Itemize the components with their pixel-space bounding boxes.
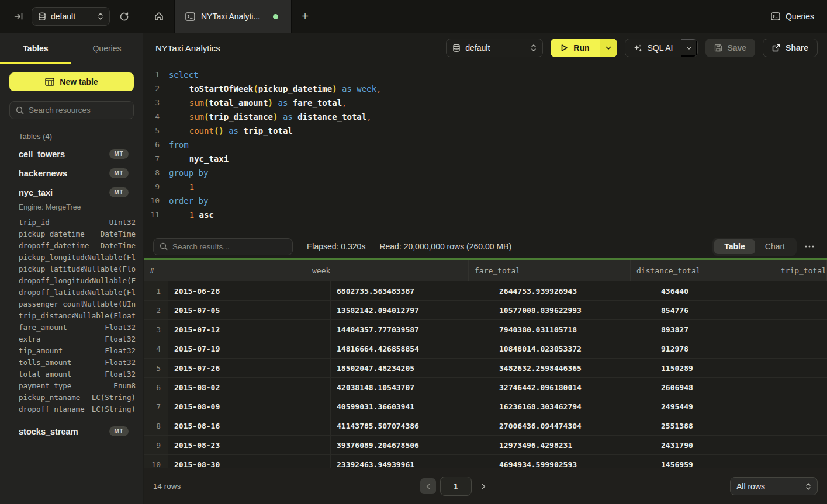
column-row[interactable]: tip_amount Float32 xyxy=(0,345,143,356)
distance-total-cell[interactable]: 10577008.839622993 xyxy=(493,301,655,319)
fare-total-cell[interactable]: 39376089.204678506 xyxy=(331,436,493,454)
tab-nytaxi-analytics[interactable]: NYTaxi Analyti... xyxy=(175,0,292,33)
distance-total-cell[interactable]: 12973496.4298231 xyxy=(493,436,655,454)
fare-total-cell[interactable]: 40599031.36603941 xyxy=(331,397,493,416)
column-row[interactable]: extra Float32 xyxy=(0,333,143,345)
week-cell[interactable]: 2015-07-05 xyxy=(168,301,331,319)
view-toggle-chart[interactable]: Chart xyxy=(755,239,795,254)
column-row[interactable]: dropoff_ntaname LC(String) xyxy=(0,403,143,415)
current-page[interactable]: 1 xyxy=(440,477,472,496)
sql-editor[interactable]: 1 select 2 toStartOfWeek(pickup_datetime… xyxy=(144,63,827,235)
week-cell[interactable]: 2015-08-02 xyxy=(168,378,331,397)
distance-total-cell[interactable]: 16236168.303462794 xyxy=(493,397,655,416)
sql-ai-options-button[interactable] xyxy=(681,39,697,57)
collapse-sidebar-button[interactable] xyxy=(11,8,27,25)
fare-total-cell[interactable]: 13582142.094012797 xyxy=(331,301,493,319)
week-cell[interactable]: 2015-07-26 xyxy=(168,359,331,377)
distance-total-cell[interactable]: 4694934.599902593 xyxy=(493,455,655,468)
column-row[interactable]: trip_distance Nullable(Float xyxy=(0,310,143,321)
row-number-cell[interactable]: 3 xyxy=(144,320,168,339)
week-cell[interactable]: 2015-06-28 xyxy=(168,281,331,300)
column-header[interactable]: fare_total xyxy=(469,260,631,281)
fare-total-cell[interactable]: 23392463.94939961 xyxy=(331,455,493,468)
page-size-selector[interactable]: All rows xyxy=(730,477,818,495)
save-button[interactable]: Save xyxy=(705,39,755,57)
trip-total-cell[interactable]: 854776 xyxy=(655,301,827,319)
distance-total-cell[interactable]: 10848014.023053372 xyxy=(493,339,655,358)
share-button[interactable]: Share xyxy=(763,39,818,57)
trip-total-cell[interactable]: 2606948 xyxy=(655,378,827,397)
fare-total-cell[interactable]: 14484357.777039587 xyxy=(331,320,493,339)
column-row[interactable]: pickup_datetime DateTime xyxy=(0,228,143,239)
fare-total-cell[interactable]: 18502047.48234205 xyxy=(331,359,493,377)
trip-total-cell[interactable]: 912978 xyxy=(655,339,827,358)
search-results-input[interactable] xyxy=(172,242,286,251)
sidebar-table-nyc-taxi[interactable]: nyc_taxi MT xyxy=(0,183,143,202)
column-row[interactable]: payment_type Enum8 xyxy=(0,380,143,391)
distance-total-cell[interactable]: 27006436.094474304 xyxy=(493,416,655,435)
row-number-cell[interactable]: 10 xyxy=(144,455,168,468)
trip-total-cell[interactable]: 2495449 xyxy=(655,397,827,416)
row-number-cell[interactable]: 6 xyxy=(144,378,168,397)
trip-total-cell[interactable]: 2431790 xyxy=(655,436,827,454)
trip-total-cell[interactable]: 436440 xyxy=(655,281,827,300)
results-more-button[interactable] xyxy=(801,242,818,251)
distance-total-cell[interactable]: 3482632.2598446365 xyxy=(493,359,655,377)
trip-total-cell[interactable]: 2551388 xyxy=(655,416,827,435)
distance-total-cell[interactable]: 7940380.031105718 xyxy=(493,320,655,339)
week-cell[interactable]: 2015-08-09 xyxy=(168,397,331,416)
queries-button[interactable]: Queries xyxy=(771,12,814,21)
sidebar-table-hackernews[interactable]: hackernews MT xyxy=(0,164,143,183)
row-number-cell[interactable]: 1 xyxy=(144,281,168,300)
row-number-cell[interactable]: 8 xyxy=(144,416,168,435)
column-row[interactable]: pickup_longitude Nullable(Fl xyxy=(0,251,143,263)
new-table-button[interactable]: New table xyxy=(9,72,134,91)
week-cell[interactable]: 2015-07-12 xyxy=(168,320,331,339)
next-page-button[interactable] xyxy=(476,478,492,494)
sidebar-table-stocks-stream[interactable]: stocks_stream MT xyxy=(0,422,143,441)
sidebar-tab-tables[interactable]: Tables xyxy=(0,33,71,64)
column-row[interactable]: pickup_latitude Nullable(Flo xyxy=(0,263,143,274)
fare-total-cell[interactable]: 42038148.10543707 xyxy=(331,378,493,397)
row-number-cell[interactable]: 2 xyxy=(144,301,168,319)
column-row[interactable]: dropoff_datetime DateTime xyxy=(0,239,143,251)
run-button[interactable]: Run xyxy=(551,39,599,57)
column-header[interactable]: week xyxy=(306,260,469,281)
refresh-button[interactable] xyxy=(116,8,133,25)
home-button[interactable] xyxy=(143,0,175,33)
column-row[interactable]: dropoff_latitude Nullable(Fl xyxy=(0,286,143,298)
trip-total-cell[interactable]: 893827 xyxy=(655,320,827,339)
column-header[interactable]: distance_total xyxy=(631,260,775,281)
distance-total-cell[interactable]: 2644753.939926943 xyxy=(493,281,655,300)
week-cell[interactable]: 2015-07-19 xyxy=(168,339,331,358)
fare-total-cell[interactable]: 14816664.426858854 xyxy=(331,339,493,358)
view-toggle-table[interactable]: Table xyxy=(714,239,755,254)
row-number-cell[interactable]: 9 xyxy=(144,436,168,454)
row-number-cell[interactable]: 5 xyxy=(144,359,168,377)
column-row[interactable]: passenger_count Nullable(UIn xyxy=(0,298,143,310)
fare-total-cell[interactable]: 41143785.507074386 xyxy=(331,416,493,435)
column-header[interactable]: trip_total xyxy=(775,260,827,281)
column-row[interactable]: tolls_amount Float32 xyxy=(0,356,143,368)
new-tab-button[interactable]: + xyxy=(292,0,319,33)
column-row[interactable]: trip_id UInt32 xyxy=(0,216,143,228)
week-cell[interactable]: 2015-08-23 xyxy=(168,436,331,454)
sidebar-tab-queries[interactable]: Queries xyxy=(71,33,143,64)
row-number-cell[interactable]: 7 xyxy=(144,397,168,416)
column-row[interactable]: dropoff_longitude Nullable(F xyxy=(0,274,143,286)
week-cell[interactable]: 2015-08-16 xyxy=(168,416,331,435)
search-resources-input[interactable] xyxy=(29,106,132,114)
trip-total-cell[interactable]: 1150289 xyxy=(655,359,827,377)
database-selector[interactable]: default xyxy=(32,7,110,26)
column-row[interactable]: fare_amount Float32 xyxy=(0,321,143,333)
column-header[interactable]: # xyxy=(144,260,306,281)
trip-total-cell[interactable]: 1456959 xyxy=(655,455,827,468)
distance-total-cell[interactable]: 32746442.096180014 xyxy=(493,378,655,397)
fare-total-cell[interactable]: 6802735.563483387 xyxy=(331,281,493,300)
column-row[interactable]: pickup_ntaname LC(String) xyxy=(0,391,143,403)
run-options-button[interactable] xyxy=(600,39,617,57)
query-database-selector[interactable]: default xyxy=(446,39,543,57)
previous-page-button[interactable] xyxy=(420,478,436,494)
sidebar-table-cell-towers[interactable]: cell_towers MT xyxy=(0,144,143,164)
column-row[interactable]: total_amount Float32 xyxy=(0,368,143,380)
